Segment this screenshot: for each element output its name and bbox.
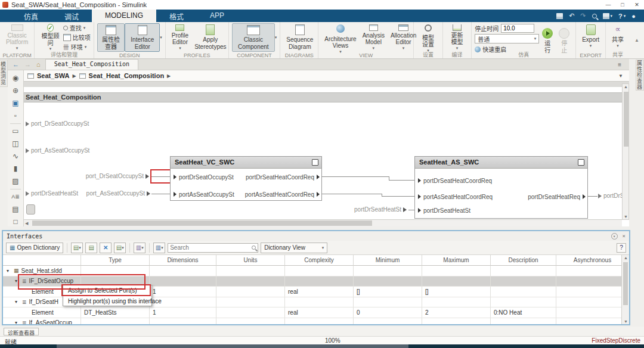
dictionary-view-select[interactable]: Dictionary View▾ — [261, 243, 327, 253]
import-button[interactable]: ▤▾ — [114, 243, 126, 253]
search-input[interactable] — [170, 244, 252, 251]
breadcrumb-separator-icon[interactable]: ▶ — [72, 73, 76, 79]
viewpoint-icon[interactable]: ▣ — [8, 97, 23, 110]
vc-out-port-as-coord-req[interactable]: portAsSeatHeatCoordReq — [245, 190, 320, 198]
interface-editor-button[interactable]: Interface Editor — [125, 23, 160, 52]
barcode-tool-icon[interactable]: ▮ — [8, 163, 23, 175]
undo-icon[interactable]: ↶ — [569, 12, 574, 20]
canvas-menu-icon[interactable]: ≡ — [618, 61, 621, 68]
property-inspector-button[interactable]: 属性检查器 — [97, 23, 125, 52]
column-complexity[interactable]: Complexity — [285, 255, 354, 266]
property-inspector-rail[interactable]: 属性检查器 — [636, 60, 644, 91]
browse-icon[interactable]: ◉ — [8, 72, 23, 85]
status-solver[interactable]: FixedStepDiscrete — [592, 337, 640, 344]
link-label-as-seat-occupy[interactable]: port_AsSeatOccupySt — [83, 190, 150, 197]
breadcrumb-separator-icon[interactable]: ▶ — [167, 73, 171, 79]
close-button[interactable]: ✕ — [630, 2, 644, 8]
scroll-down-icon[interactable]: ▼ — [624, 319, 628, 324]
open-dictionary-button[interactable]: ▦ Open Dictionary — [6, 243, 63, 253]
column-asynchronous[interactable]: Asynchronous — [556, 255, 629, 266]
breadcrumb-dropdown-icon[interactable]: ▼ — [618, 73, 623, 79]
scrollbar-thumb[interactable] — [624, 92, 628, 147]
analysis-model-button[interactable]: Analysis Model▾ — [360, 23, 388, 52]
connection-line[interactable] — [151, 194, 170, 194]
column-description[interactable]: Description — [491, 255, 556, 266]
table-row-element-2[interactable]: Element DT_HeatSts1real020:NO Heat — [3, 307, 629, 318]
help-icon[interactable]: ?▾ — [618, 13, 626, 20]
column-maximum[interactable]: Maximum — [422, 255, 491, 266]
minimize-button[interactable]: — — [601, 2, 615, 8]
image-tool-icon[interactable]: ▨ — [8, 175, 23, 188]
tab-debug[interactable]: 调试 — [51, 10, 92, 22]
canvas-vertical-scrollbar[interactable]: ▲ ▼ — [622, 83, 629, 220]
stop-time-input[interactable] — [501, 24, 534, 33]
column-units[interactable]: Units — [216, 255, 285, 266]
sequence-diagram-button[interactable]: Sequence Diagram — [283, 23, 316, 52]
expander-icon[interactable]: ▾ — [15, 320, 20, 325]
link-label-dr-seat-occupy[interactable]: port_DrSeatOccupySt — [82, 173, 149, 179]
profile-editor-button[interactable]: Profile Editor▾ — [169, 23, 191, 52]
connection-line[interactable] — [382, 196, 414, 197]
expander-icon[interactable]: ▾ — [7, 268, 11, 274]
as-out-port-dr-heat-req[interactable]: portDrSeatHeatReq — [528, 192, 586, 201]
sim-mode-select[interactable]: 普通▾ — [475, 34, 539, 44]
back-icon[interactable]: ← — [13, 61, 19, 68]
diagnostic-viewer-button[interactable]: 诊断查看器 — [4, 328, 39, 335]
classic-component-button[interactable]: Classic Component — [232, 23, 275, 52]
tab-modeling[interactable]: MODELING — [92, 10, 156, 22]
model-advisor-button[interactable]: ✓ 模型顾问▾ — [38, 23, 63, 52]
stamp-tool-icon[interactable]: ▤ — [8, 203, 23, 216]
as-in-port-dr-coord-req[interactable]: portDrSeatHeatCoordReq — [418, 176, 492, 185]
box-tool-icon[interactable]: □ — [8, 216, 23, 228]
component-badge-icon[interactable] — [312, 159, 318, 166]
breadcrumb-seat-heat-composition[interactable]: Seat_Heat_Composition — [89, 72, 165, 79]
menu-item-highlight-ports[interactable]: Highlight port(s) using this interface — [63, 296, 151, 306]
scrollbar-thumb[interactable] — [32, 220, 372, 226]
column-minimum[interactable]: Minimum — [354, 255, 422, 266]
update-model-button[interactable]: 更新模型▾ — [446, 23, 468, 52]
table-vertical-scrollbar[interactable]: ▲ ▼ — [621, 255, 629, 324]
scroll-left-icon[interactable]: ◀ — [25, 221, 28, 226]
connection-line[interactable] — [389, 180, 414, 181]
vc-in-port-as-occupy[interactable]: portAsSeatOccupySt — [174, 190, 234, 198]
as-in-port-dr-heat-st[interactable]: portDrSeatHeatSt — [418, 206, 470, 215]
link-label-dr-seat-heat-st[interactable]: portDrSeatHeatSt — [353, 206, 407, 213]
area-tool-icon[interactable]: ◫ — [8, 138, 23, 150]
save-icon[interactable] — [556, 13, 563, 19]
tab-simulation[interactable]: 仿真 — [11, 10, 51, 22]
add-element-button[interactable]: ▤ — [85, 243, 97, 253]
canvas-horizontal-scrollbar[interactable]: ◀ — [24, 219, 622, 226]
delete-button[interactable]: ✕ — [100, 243, 112, 253]
component-badge-icon[interactable] — [578, 159, 584, 166]
model-browser-rail[interactable]: 模型浏览器 — [0, 60, 8, 87]
breadcrumb-seat-swa[interactable]: Seat_SWA — [37, 72, 69, 79]
tab-app[interactable]: APP — [197, 10, 237, 22]
component-dropdown-icon[interactable]: ▾ — [275, 35, 277, 40]
external-input-port-dr-seat-occupy[interactable]: port_DrSeatOccupySt — [26, 120, 89, 127]
column-tree[interactable] — [3, 255, 81, 266]
model-settings-button[interactable]: 模型设置▾ — [417, 23, 439, 52]
table-row-if-as-seat-occup[interactable]: ▾≣If_AsSeatOccup — [3, 318, 629, 326]
panel-minimize-icon[interactable]: ▾ — [611, 233, 618, 240]
as-in-port-as-coord-req[interactable]: portAsSeatHeatCoordReq — [418, 192, 493, 201]
column-dimensions[interactable]: Dimensions — [150, 255, 216, 266]
account-icon[interactable]: ● — [631, 13, 636, 20]
connection-line[interactable] — [588, 196, 597, 197]
design-dropdown-icon[interactable]: ▾ — [160, 35, 162, 40]
panel-help-icon[interactable]: ? — [617, 243, 626, 253]
scroll-up-icon[interactable]: ▲ — [624, 85, 628, 89]
connection-line[interactable] — [408, 210, 414, 210]
component-seatheat-vc-swc[interactable]: SeatHeat_VC_SWC portDrSeatOccupySt portA… — [170, 156, 322, 201]
apply-stereotypes-button[interactable]: Apply Stereotypes — [191, 23, 229, 52]
up-icon[interactable]: ⌂ — [36, 61, 41, 68]
tab-format[interactable]: 格式 — [156, 10, 197, 22]
external-input-port-as-seat-occupy[interactable]: port_AsSeatOccupySt — [26, 147, 89, 154]
zoom-fit-icon[interactable]: ⊕ — [8, 85, 23, 97]
external-output-port-dr-heat-req[interactable]: portDrSeatHeatRe — [598, 192, 623, 199]
maximize-button[interactable]: □ — [615, 2, 630, 8]
note-icon[interactable] — [26, 204, 35, 215]
connection-line[interactable] — [322, 176, 389, 177]
port-tool-icon[interactable]: ▫ — [8, 110, 23, 122]
vc-in-port-dr-occupy[interactable]: portDrSeatOccupySt — [174, 173, 234, 181]
compare-button[interactable]: 比较项 — [63, 33, 91, 42]
